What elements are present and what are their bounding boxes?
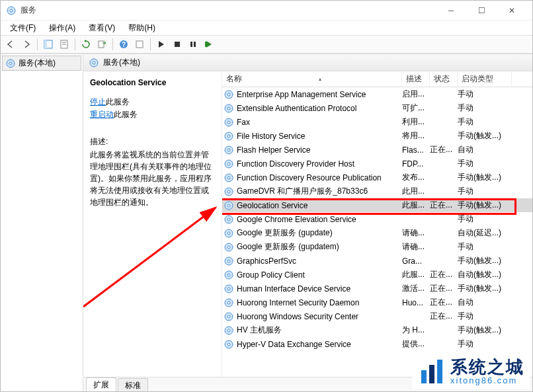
forward-button[interactable]	[19, 37, 34, 52]
svg-point-34	[227, 190, 230, 193]
service-row[interactable]: Google 更新服务 (gupdatem)请确...手动	[222, 240, 532, 254]
service-start-cell: 自动(延迟...)	[458, 227, 511, 239]
export-button[interactable]	[95, 37, 109, 52]
minimize-button[interactable]: ─	[436, 1, 466, 20]
menu-help[interactable]: 帮助(H)	[123, 21, 161, 35]
action-button[interactable]	[132, 37, 147, 52]
service-name-cell: Fax	[237, 118, 402, 127]
svg-rect-13	[194, 42, 196, 47]
service-row[interactable]: Hyper-V Data Exchange Service提供...手动	[222, 337, 532, 351]
gear-icon	[224, 297, 234, 308]
restart-service-button[interactable]	[202, 37, 216, 52]
service-row[interactable]: File History Service将用...手动(触发...)	[222, 129, 532, 143]
service-start-cell: 自动(触发...)	[458, 269, 511, 280]
help-button[interactable]: ?	[116, 37, 131, 52]
tab-standard[interactable]: 标准	[118, 378, 148, 392]
column-startup-type[interactable]: 启动类型	[458, 71, 512, 87]
service-row[interactable]: Geolocation Service此服...正在...手动(触发...)	[222, 198, 532, 212]
service-name-cell: GraphicsPerfSvc	[237, 256, 402, 266]
service-row[interactable]: Flash Helper ServiceFlas...正在...自动	[222, 143, 532, 157]
gear-icon	[224, 159, 234, 169]
service-row[interactable]: Extensible Authentication Protocol可扩...手…	[222, 101, 532, 115]
service-row[interactable]: Huorong Windows Security Center正在...手动	[222, 309, 532, 323]
app-icon	[6, 5, 17, 16]
gear-icon	[89, 58, 99, 68]
service-desc-cell: 启用...	[402, 89, 430, 100]
svg-point-50	[227, 301, 230, 304]
stop-service-button[interactable]	[170, 37, 184, 52]
stop-link[interactable]: 停止	[90, 97, 106, 106]
main-area: 服务(本地) 服务(本地) Geolocation Service 停止此服务 …	[1, 54, 532, 391]
svg-point-32	[227, 176, 230, 179]
service-row[interactable]: Function Discovery Resource Publication发…	[222, 171, 532, 184]
service-row[interactable]: GraphicsPerfSvcGra...手动(触发...)	[222, 254, 532, 268]
gear-icon	[224, 256, 234, 266]
service-start-cell: 手动(触发...)	[458, 200, 511, 211]
service-status-cell: 正在...	[430, 283, 458, 294]
right-header: 服务(本地)	[83, 54, 532, 71]
service-name-cell: GameDVR 和广播用户服务_87b33c6	[237, 186, 402, 197]
service-start-cell: 手动	[458, 311, 511, 322]
toolbar-separator	[150, 38, 151, 50]
svg-point-44	[227, 260, 230, 262]
service-row[interactable]: Group Policy Client此服...正在...自动(触发...)	[222, 268, 532, 282]
service-row[interactable]: GameDVR 和广播用户服务_87b33c6此用...手动	[222, 184, 532, 198]
properties-button[interactable]	[57, 37, 71, 52]
stop-link-suffix: 此服务	[106, 97, 130, 106]
service-row[interactable]: HV 主机服务为 H...手动(触发...)	[222, 323, 532, 337]
svg-point-30	[227, 163, 230, 165]
close-button[interactable]: ✕	[497, 1, 527, 20]
service-name-cell: Huorong Internet Security Daemon	[237, 298, 402, 307]
menubar: 文件(F) 操作(A) 查看(V) 帮助(H)	[1, 20, 532, 35]
back-button[interactable]	[3, 37, 18, 52]
service-row[interactable]: Google Chrome Elevation Service手动	[222, 212, 532, 226]
service-start-cell: 手动	[458, 338, 511, 350]
service-row[interactable]: Human Interface Device Service激活...正在...…	[222, 282, 532, 295]
service-desc-cell: 为 H...	[402, 325, 430, 336]
gear-icon	[224, 173, 234, 183]
tabs-bar: 扩展 标准	[83, 377, 532, 391]
service-start-cell: 手动	[458, 89, 511, 100]
svg-point-36	[227, 204, 230, 207]
refresh-button[interactable]	[79, 37, 93, 52]
column-description[interactable]: 描述	[402, 71, 430, 87]
left-panel: 服务(本地)	[1, 54, 83, 391]
start-service-button[interactable]	[154, 37, 169, 52]
toolbar: ?	[1, 35, 532, 54]
tree-root-services[interactable]: 服务(本地)	[2, 56, 81, 71]
service-desc-cell: FDP...	[402, 159, 430, 169]
gear-icon	[224, 325, 234, 336]
titlebar: 服务 ─ ☐ ✕	[1, 1, 532, 20]
service-row[interactable]: Function Discovery Provider HostFDP...手动	[222, 157, 532, 171]
svg-rect-7	[99, 41, 104, 48]
maximize-button[interactable]: ☐	[466, 1, 497, 20]
show-hide-tree-button[interactable]	[41, 37, 56, 52]
service-desc-cell: 提供...	[402, 338, 430, 350]
service-name-cell: Google 更新服务 (gupdate)	[237, 227, 402, 239]
service-row[interactable]: Google 更新服务 (gupdate)请确...自动(延迟...)	[222, 226, 532, 240]
service-row[interactable]: Huorong Internet Security DaemonHuo...正在…	[222, 295, 532, 309]
gear-icon	[224, 186, 234, 197]
menu-file[interactable]: 文件(F)	[5, 21, 41, 35]
menu-view[interactable]: 查看(V)	[83, 21, 120, 35]
service-name-cell: Flash Helper Service	[237, 145, 402, 155]
service-desc-cell: 此用...	[402, 186, 430, 197]
service-status-cell: 正在...	[430, 200, 458, 211]
service-row[interactable]: Enterprise App Management Service启用...手动	[222, 87, 532, 101]
restart-link[interactable]: 重启动	[90, 110, 114, 119]
column-name[interactable]: 名称▴	[222, 71, 402, 87]
gear-icon	[224, 339, 234, 350]
service-name-cell: Function Discovery Provider Host	[237, 159, 402, 169]
list-body[interactable]: Enterprise App Management Service启用...手动…	[222, 87, 532, 362]
tab-extended[interactable]: 扩展	[86, 377, 116, 392]
pause-service-button[interactable]	[186, 37, 200, 52]
svg-point-18	[93, 61, 95, 64]
menu-action[interactable]: 操作(A)	[44, 21, 81, 35]
gear-icon	[5, 58, 16, 69]
svg-rect-14	[205, 42, 206, 47]
service-start-cell: 手动	[458, 116, 511, 128]
column-status[interactable]: 状态	[430, 71, 458, 87]
service-name-cell: Geolocation Service	[237, 201, 402, 210]
service-row[interactable]: Fax利用...手动	[222, 115, 532, 129]
svg-point-22	[227, 107, 230, 110]
